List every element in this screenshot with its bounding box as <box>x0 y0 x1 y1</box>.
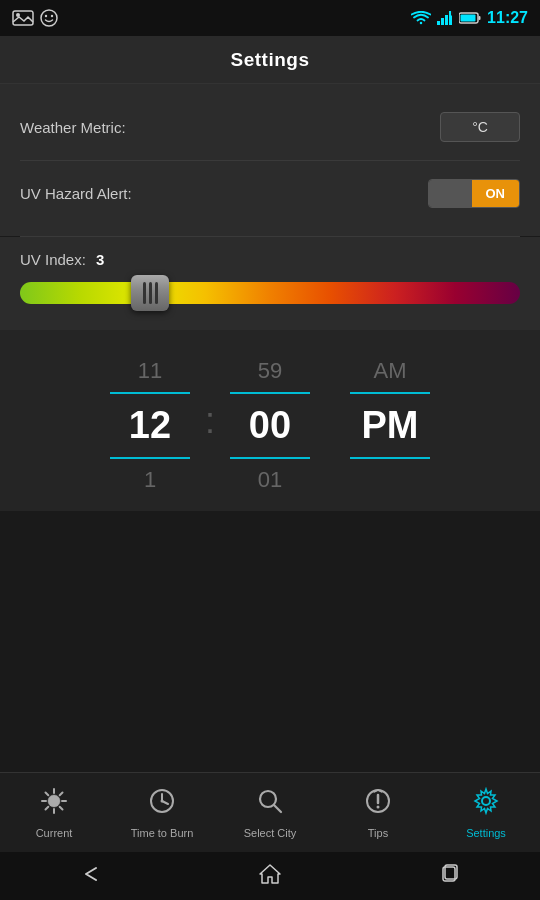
status-bar: 11:27 <box>0 0 540 36</box>
uv-slider-thumb[interactable] <box>131 275 169 311</box>
time-separator: : <box>200 400 220 452</box>
svg-rect-5 <box>437 21 440 25</box>
svg-rect-11 <box>479 16 481 20</box>
settings-section: Weather Metric: °C UV Hazard Alert: ON <box>0 84 540 236</box>
hour-prev: 11 <box>138 350 162 392</box>
hour-line-top <box>110 392 190 394</box>
svg-line-27 <box>274 805 281 812</box>
svg-line-19 <box>60 806 63 809</box>
uv-index-value: 3 <box>96 251 104 268</box>
toggle-on: ON <box>472 180 520 207</box>
smiley-icon <box>40 9 58 27</box>
toggle-off <box>429 180 471 207</box>
nav-label-settings: Settings <box>466 827 506 839</box>
uv-index-section: UV Index: 3 <box>0 237 540 330</box>
hour-next: 1 <box>144 459 156 501</box>
uv-hazard-toggle[interactable]: ON <box>428 179 520 208</box>
uv-slider-track[interactable] <box>20 282 520 304</box>
svg-point-2 <box>41 10 57 26</box>
uv-slider-container <box>20 282 520 304</box>
tips-icon <box>364 787 392 822</box>
status-icons-left <box>12 9 58 27</box>
period-line-top <box>350 392 430 394</box>
svg-line-18 <box>46 792 49 795</box>
thumb-line-3 <box>155 282 158 304</box>
nav-label-select-city: Select City <box>244 827 297 839</box>
status-icons-right: 11:27 <box>411 9 528 27</box>
nav-item-tips[interactable]: Tips <box>324 779 432 847</box>
svg-point-30 <box>377 805 380 808</box>
svg-point-3 <box>45 15 47 17</box>
hour-column: 11 12 1 <box>100 350 200 501</box>
wifi-icon <box>411 11 431 25</box>
period-current[interactable]: PM <box>362 400 419 451</box>
svg-rect-12 <box>461 15 476 22</box>
weather-metric-value[interactable]: °C <box>440 112 520 142</box>
android-nav <box>0 852 540 900</box>
back-button[interactable] <box>78 862 102 891</box>
period-prev: AM <box>374 350 407 392</box>
minute-prev: 59 <box>258 350 282 392</box>
uv-hazard-label: UV Hazard Alert: <box>20 185 132 202</box>
nav-label-tips: Tips <box>368 827 388 839</box>
time-picker: 11 12 1 : 59 00 01 AM PM -- <box>0 330 540 511</box>
page-title: Settings <box>231 49 310 71</box>
uv-index-label: UV Index: 3 <box>20 251 520 268</box>
svg-rect-6 <box>441 18 444 25</box>
clock-icon <box>148 787 176 822</box>
svg-marker-34 <box>260 865 280 883</box>
nav-item-select-city[interactable]: Select City <box>216 779 324 847</box>
svg-line-20 <box>60 792 63 795</box>
period-current-wrapper: PM <box>340 392 440 459</box>
thumb-line-2 <box>149 282 152 304</box>
hour-current-wrapper: 12 <box>100 392 200 459</box>
gallery-icon <box>12 10 34 26</box>
svg-point-4 <box>51 15 53 17</box>
period-column: AM PM -- <box>340 350 440 501</box>
nav-label-current: Current <box>36 827 73 839</box>
weather-metric-row: Weather Metric: °C <box>20 94 520 161</box>
uv-hazard-row: UV Hazard Alert: ON <box>20 161 520 226</box>
svg-point-13 <box>48 795 60 807</box>
minute-line-top <box>230 392 310 394</box>
sun-icon <box>40 787 68 822</box>
svg-point-33 <box>482 797 490 805</box>
settings-icon <box>472 787 500 822</box>
svg-line-21 <box>46 806 49 809</box>
svg-rect-7 <box>445 15 448 25</box>
nav-item-time-to-burn[interactable]: Time to Burn <box>108 779 216 847</box>
recent-button[interactable] <box>438 862 462 891</box>
bottom-nav: Current Time to Burn Select City <box>0 772 540 852</box>
minute-current-wrapper: 00 <box>220 392 320 459</box>
minute-current[interactable]: 00 <box>249 400 291 451</box>
app-header: Settings <box>0 36 540 84</box>
minute-next: 01 <box>258 459 282 501</box>
thumb-line-1 <box>143 282 146 304</box>
hour-current[interactable]: 12 <box>129 400 171 451</box>
nav-item-current[interactable]: Current <box>0 779 108 847</box>
nav-item-settings[interactable]: Settings <box>432 779 540 847</box>
weather-metric-label: Weather Metric: <box>20 119 126 136</box>
home-button[interactable] <box>258 862 282 891</box>
signal-icon <box>437 11 453 25</box>
svg-point-25 <box>161 799 164 802</box>
minute-column: 59 00 01 <box>220 350 320 501</box>
nav-label-time-to-burn: Time to Burn <box>131 827 194 839</box>
battery-icon <box>459 11 481 25</box>
status-time: 11:27 <box>487 9 528 27</box>
search-icon <box>256 787 284 822</box>
